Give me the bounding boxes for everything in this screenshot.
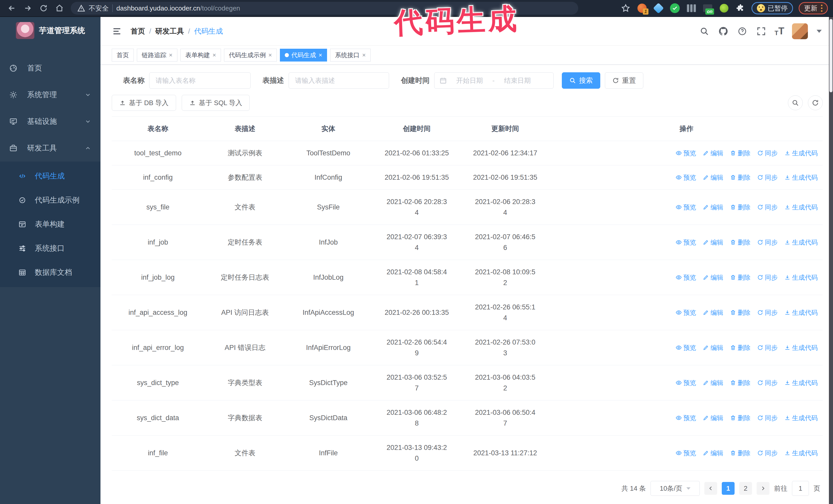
end-date-input[interactable]: [498, 77, 537, 85]
hamburger-icon[interactable]: [112, 26, 122, 37]
search-button[interactable]: 搜索: [562, 72, 600, 89]
github-icon[interactable]: [718, 26, 729, 37]
preview-link[interactable]: 预览: [675, 237, 696, 248]
generate-code-link[interactable]: 生成代码: [784, 448, 818, 458]
page-button-1[interactable]: 1: [722, 482, 735, 495]
tab-tracing[interactable]: 链路追踪×: [137, 49, 177, 62]
generate-code-link[interactable]: 生成代码: [784, 272, 818, 283]
sidebar-item-home[interactable]: 首页: [0, 55, 100, 81]
prev-page-button[interactable]: [704, 482, 717, 495]
preview-link[interactable]: 预览: [675, 148, 696, 159]
generate-code-link[interactable]: 生成代码: [784, 237, 818, 248]
sync-link[interactable]: 同步: [757, 202, 778, 213]
breadcrumb-devtools[interactable]: 研发工具: [155, 26, 184, 36]
generate-code-link[interactable]: 生成代码: [784, 307, 818, 318]
browser-forward-icon[interactable]: [21, 2, 34, 15]
edit-link[interactable]: 编辑: [703, 172, 723, 183]
sidebar-item-codegen-example[interactable]: 代码生成示例: [0, 188, 100, 212]
sync-link[interactable]: 同步: [757, 172, 778, 183]
sync-link[interactable]: 同步: [757, 342, 778, 353]
preview-link[interactable]: 预览: [675, 272, 696, 283]
sync-link[interactable]: 同步: [757, 448, 778, 458]
sidebar-item-codegen[interactable]: 代码生成: [0, 164, 100, 188]
browser-home-icon[interactable]: [53, 2, 66, 15]
close-icon[interactable]: ×: [169, 51, 172, 59]
help-icon[interactable]: [737, 26, 748, 37]
edit-link[interactable]: 编辑: [703, 307, 723, 318]
page-size-select[interactable]: 10条/页: [650, 481, 700, 496]
delete-link[interactable]: 删除: [730, 448, 751, 458]
sidebar-item-form-builder[interactable]: 表单构建: [0, 212, 100, 236]
generate-code-link[interactable]: 生成代码: [784, 172, 818, 183]
sync-link[interactable]: 同步: [757, 377, 778, 388]
preview-link[interactable]: 预览: [675, 412, 696, 423]
table-name-input[interactable]: [149, 72, 251, 89]
start-date-input[interactable]: [450, 77, 489, 85]
tab-home[interactable]: 首页: [112, 49, 134, 62]
refresh-button[interactable]: [808, 95, 823, 110]
delete-link[interactable]: 删除: [730, 412, 751, 423]
tab-form-builder[interactable]: 表单构建×: [181, 49, 221, 62]
sidebar-item-system[interactable]: 系统管理: [0, 81, 100, 108]
preview-link[interactable]: 预览: [675, 448, 696, 458]
close-icon[interactable]: ×: [213, 51, 216, 59]
delete-link[interactable]: 删除: [730, 202, 751, 213]
sync-link[interactable]: 同步: [757, 272, 778, 283]
tab-codegen[interactable]: 代码生成×: [280, 49, 327, 62]
next-page-button[interactable]: [757, 482, 769, 495]
delete-link[interactable]: 删除: [730, 237, 751, 248]
extension-icon-on[interactable]: on: [702, 3, 713, 14]
browser-back-icon[interactable]: [5, 2, 19, 15]
avatar[interactable]: [792, 23, 808, 39]
extension-icon-check[interactable]: [669, 3, 680, 14]
scrollbar-thumb[interactable]: [829, 19, 832, 92]
delete-link[interactable]: 删除: [730, 342, 751, 353]
delete-link[interactable]: 删除: [730, 377, 751, 388]
profile-paused-chip[interactable]: 已暂停: [752, 2, 793, 14]
scrollbar-track[interactable]: [829, 17, 833, 504]
goto-page-input[interactable]: [792, 481, 809, 496]
generate-code-link[interactable]: 生成代码: [784, 377, 818, 388]
edit-link[interactable]: 编辑: [703, 377, 723, 388]
sidebar-item-infra[interactable]: 基础设施: [0, 108, 100, 135]
delete-link[interactable]: 删除: [730, 148, 751, 159]
extension-icon-columns[interactable]: [686, 3, 697, 14]
delete-link[interactable]: 删除: [730, 307, 751, 318]
sync-link[interactable]: 同步: [757, 148, 778, 159]
reset-button[interactable]: 重置: [605, 72, 643, 89]
sync-link[interactable]: 同步: [757, 307, 778, 318]
browser-menu-icon[interactable]: [821, 5, 823, 12]
preview-link[interactable]: 预览: [675, 342, 696, 353]
edit-link[interactable]: 编辑: [703, 412, 723, 423]
edit-link[interactable]: 编辑: [703, 448, 723, 458]
sync-link[interactable]: 同步: [757, 237, 778, 248]
close-icon[interactable]: ×: [268, 51, 272, 59]
extensions-puzzle-icon[interactable]: [735, 3, 746, 14]
generate-code-link[interactable]: 生成代码: [784, 148, 818, 159]
extension-icon-gem[interactable]: [653, 3, 664, 14]
font-size-icon[interactable]: TT: [775, 26, 784, 37]
import-db-button[interactable]: 基于 DB 导入: [112, 95, 176, 111]
generate-code-link[interactable]: 生成代码: [784, 412, 818, 423]
edit-link[interactable]: 编辑: [703, 148, 723, 159]
fullscreen-icon[interactable]: [756, 26, 767, 37]
sidebar-item-system-api[interactable]: 系统接口: [0, 236, 100, 261]
generate-code-link[interactable]: 生成代码: [784, 342, 818, 353]
sync-link[interactable]: 同步: [757, 412, 778, 423]
preview-link[interactable]: 预览: [675, 172, 696, 183]
toggle-search-button[interactable]: [788, 95, 803, 110]
table-desc-input[interactable]: [289, 72, 389, 89]
extension-icon-key[interactable]: [719, 3, 730, 14]
edit-link[interactable]: 编辑: [703, 202, 723, 213]
sidebar-item-devtools[interactable]: 研发工具: [0, 135, 100, 162]
sidebar-item-db-doc[interactable]: 数据库文档: [0, 261, 100, 285]
close-icon[interactable]: ×: [362, 51, 366, 59]
edit-link[interactable]: 编辑: [703, 342, 723, 353]
avatar-caret-icon[interactable]: [816, 30, 822, 33]
delete-link[interactable]: 删除: [730, 272, 751, 283]
browser-reload-icon[interactable]: [37, 2, 50, 15]
edit-link[interactable]: 编辑: [703, 272, 723, 283]
preview-link[interactable]: 预览: [675, 307, 696, 318]
generate-code-link[interactable]: 生成代码: [784, 202, 818, 213]
breadcrumb-home[interactable]: 首页: [131, 26, 145, 36]
